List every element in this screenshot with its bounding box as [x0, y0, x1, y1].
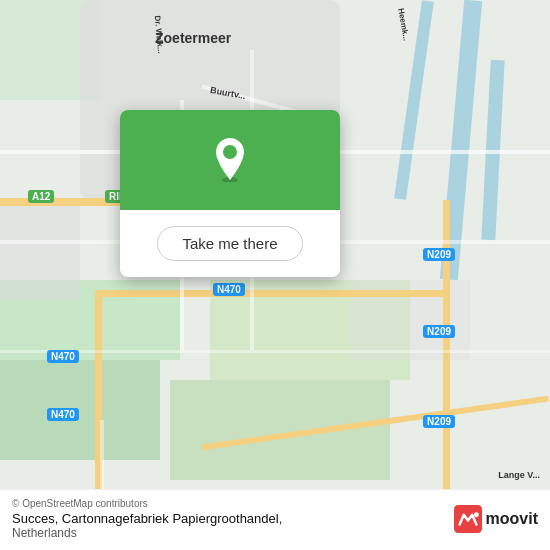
badge-a12: A12	[28, 190, 54, 203]
bottom-bar: © OpenStreetMap contributors Succes, Car…	[0, 489, 550, 550]
location-popup: Take me there	[120, 110, 340, 277]
popup-button-area: Take me there	[120, 210, 340, 277]
take-me-there-button[interactable]: Take me there	[157, 226, 302, 261]
road-label-lange: Lange V...	[498, 470, 540, 480]
city-label-zoetermeer: Zoetermeer	[155, 30, 231, 46]
svg-point-3	[473, 512, 478, 517]
map-container: Zoetermeer Buurtv... Heemk... Lange V...…	[0, 0, 550, 550]
badge-n209-2: N209	[423, 325, 455, 338]
bottom-info: © OpenStreetMap contributors Succes, Car…	[12, 498, 282, 540]
green-park-4	[170, 380, 390, 480]
green-park-2	[0, 360, 160, 460]
badge-n470-2: N470	[47, 350, 79, 363]
svg-point-1	[223, 145, 237, 159]
osm-attribution: © OpenStreetMap contributors	[12, 498, 282, 509]
moovit-brand-text: moovit	[486, 510, 538, 528]
urban-2	[0, 200, 80, 300]
badge-n209-1: N209	[423, 248, 455, 261]
road-white-5	[0, 350, 550, 353]
badge-n209-3: N209	[423, 415, 455, 428]
badge-n470-3: N470	[47, 408, 79, 421]
map-pin-icon	[212, 138, 248, 182]
location-name: Succes, Cartonnagefabriek Papiergroothan…	[12, 511, 282, 526]
moovit-icon	[454, 505, 482, 533]
location-country: Netherlands	[12, 526, 282, 540]
road-n470	[100, 290, 450, 297]
moovit-logo: moovit	[454, 505, 538, 533]
popup-header	[120, 110, 340, 210]
badge-n470-1: N470	[213, 283, 245, 296]
